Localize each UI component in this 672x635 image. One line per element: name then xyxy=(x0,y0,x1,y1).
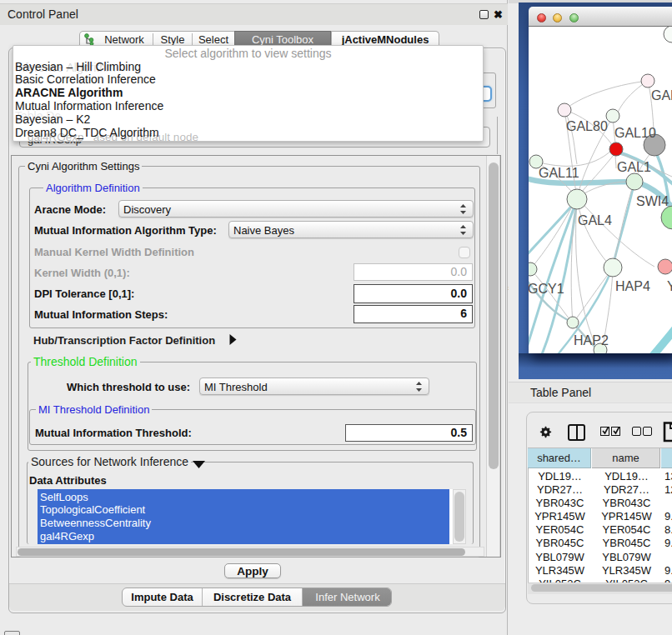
svg-text:HAP2: HAP2 xyxy=(574,333,609,348)
svg-text:GAL11: GAL11 xyxy=(539,166,579,180)
svg-text:GAL10: GAL10 xyxy=(614,126,656,140)
svg-text:GAL80: GAL80 xyxy=(566,119,608,133)
svg-text:GCY1: GCY1 xyxy=(529,282,564,296)
svg-text:HAP4: HAP4 xyxy=(615,279,650,293)
svg-text:GAL4: GAL4 xyxy=(578,213,612,228)
svg-text:Y: Y xyxy=(667,279,672,293)
svg-text:GAL: GAL xyxy=(651,88,672,102)
svg-text:GAL1: GAL1 xyxy=(617,160,651,174)
svg-text:SWI4: SWI4 xyxy=(636,194,669,208)
